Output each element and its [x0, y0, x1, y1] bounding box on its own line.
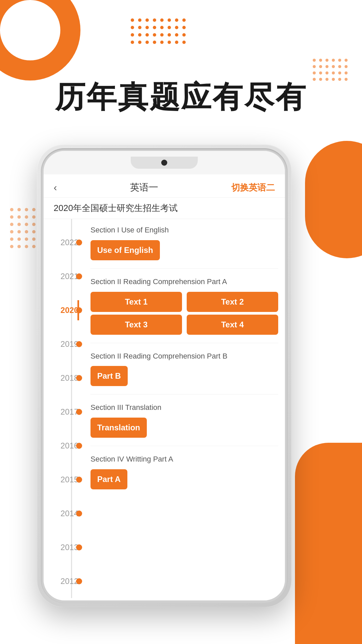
back-button[interactable]: ‹: [54, 182, 57, 193]
section1-label: Section I Use of English: [90, 225, 278, 235]
timeline-item-2013[interactable]: 2013: [44, 530, 84, 564]
deco-circle-right-mid: [305, 141, 362, 258]
timeline-dot-2022: [76, 239, 82, 246]
app-content: ‹ 英语一 切换英语二 2020年全国硕士研究生招生考试 20: [44, 174, 285, 600]
exam-subtitle: 2020年全国硕士研究生招生考试: [44, 198, 285, 219]
divider-3: [90, 394, 278, 394]
timeline-item-2016[interactable]: 2016: [44, 429, 84, 463]
year-2021: 2021: [61, 272, 78, 281]
deco-dots-top-center: [131, 18, 187, 45]
content-area: Section I Use of English Use of English …: [84, 219, 285, 598]
timeline-dot-2015: [76, 477, 82, 483]
section2a-buttons-row1: Text 1 Text 2: [90, 292, 278, 312]
partb-button[interactable]: Part B: [90, 366, 128, 386]
timeline-dot-2014: [76, 511, 82, 517]
deco-circle-top-left: [0, 0, 80, 80]
year-2018: 2018: [61, 373, 78, 383]
timeline-dot-2020: [76, 307, 82, 313]
year-2017: 2017: [61, 407, 78, 417]
section-reading-parta: Section II Reading Comprehension Part A …: [90, 271, 278, 341]
section2a-label: Section II Reading Comprehension Part A: [90, 277, 278, 287]
page-headline: 历年真题应有尽有: [0, 80, 362, 114]
text3-button[interactable]: Text 3: [90, 315, 182, 335]
timeline-sidebar: 2022 2021 2020: [44, 219, 84, 598]
year-2019: 2019: [61, 339, 78, 349]
section2b-label: Section II Reading Comprehension Part B: [90, 351, 278, 362]
app-header: ‹ 英语一 切换英语二: [44, 174, 285, 198]
deco-dots-top-right: [313, 59, 349, 82]
section2b-buttons: Part B: [90, 366, 278, 386]
timeline-item-2021[interactable]: 2021: [44, 260, 84, 293]
timeline-item-2015[interactable]: 2015: [44, 463, 84, 496]
timeline-dot-2021: [76, 273, 82, 279]
year-2016: 2016: [61, 441, 78, 450]
year-2022: 2022: [61, 238, 78, 247]
year-2012: 2012: [61, 577, 78, 586]
section2a-buttons-row2: Text 3 Text 4: [90, 315, 278, 335]
section1-buttons: Use of English: [90, 240, 278, 260]
timeline-dot-2016: [76, 443, 82, 449]
timeline-dot-2018: [76, 375, 82, 381]
divider-4: [90, 446, 278, 446]
timeline-dot-2013: [76, 544, 82, 550]
phone-mockup: ‹ 英语一 切换英语二 2020年全国硕士研究生招生考试 20: [37, 144, 292, 607]
timeline-item-2014[interactable]: 2014: [44, 496, 84, 530]
timeline-dot-2012: [76, 578, 82, 584]
section-writing-parta: Section IV Writting Part A Part A: [90, 448, 278, 495]
section4-buttons: Part A: [90, 469, 278, 489]
timeline-dot-2017: [76, 409, 82, 415]
switch-language-button[interactable]: 切换英语二: [231, 182, 275, 194]
use-of-english-button[interactable]: Use of English: [90, 240, 160, 260]
timeline-item-2020[interactable]: 2020: [44, 293, 84, 327]
divider-1: [90, 268, 278, 269]
section-use-of-english: Section I Use of English Use of English: [90, 219, 278, 266]
section3-label: Section III Translation: [90, 402, 278, 413]
timeline-item-2022[interactable]: 2022: [44, 226, 84, 260]
phone-camera: [161, 160, 167, 166]
parta-button[interactable]: Part A: [90, 469, 127, 489]
timeline-item-2017[interactable]: 2017: [44, 395, 84, 429]
timeline-dot-2019: [76, 341, 82, 347]
translation-button[interactable]: Translation: [90, 418, 147, 438]
timeline-item-2018[interactable]: 2018: [44, 361, 84, 395]
year-2020: 2020: [61, 306, 78, 315]
year-2015: 2015: [61, 475, 78, 484]
app-body: 2022 2021 2020: [44, 219, 285, 598]
phone-notch-bar: [44, 151, 285, 174]
year-2013: 2013: [61, 543, 78, 552]
section-translation: Section III Translation Translation: [90, 396, 278, 444]
section-reading-partb: Section II Reading Comprehension Part B …: [90, 345, 278, 392]
section4-label: Section IV Writting Part A: [90, 454, 278, 465]
deco-orange-bottom-right: [295, 443, 362, 644]
timeline-item-2012[interactable]: 2012: [44, 564, 84, 598]
divider-2: [90, 343, 278, 343]
year-2014: 2014: [61, 509, 78, 518]
header-title: 英语一: [130, 181, 158, 194]
timeline-item-2019[interactable]: 2019: [44, 327, 84, 361]
section3-buttons: Translation: [90, 418, 278, 438]
text2-button[interactable]: Text 2: [187, 292, 278, 312]
phone-notch: [131, 157, 198, 169]
text1-button[interactable]: Text 1: [90, 292, 182, 312]
text4-button[interactable]: Text 4: [187, 315, 278, 335]
